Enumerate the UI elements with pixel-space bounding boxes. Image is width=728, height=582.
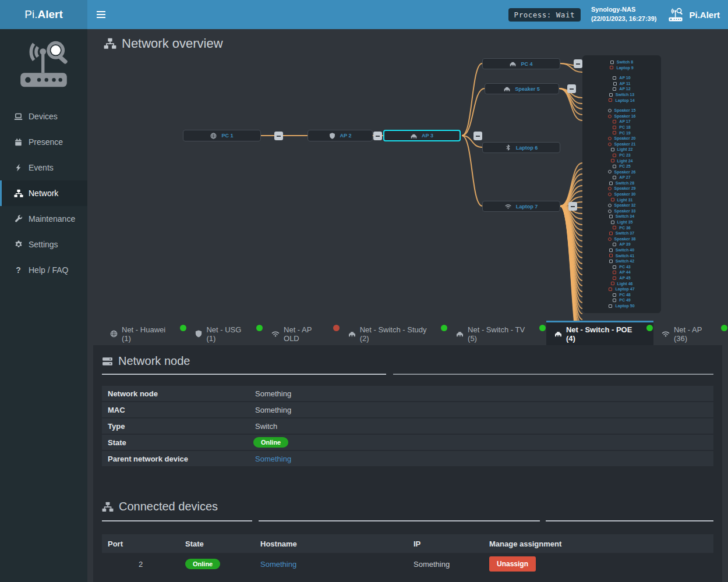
- header-app-brand[interactable]: Pi.Alert: [667, 8, 720, 22]
- diagram-node-pc-4[interactable]: PC 4: [482, 58, 560, 69]
- device-label: PC 48: [619, 292, 630, 298]
- device-item[interactable]: AP 44: [586, 269, 658, 275]
- router-scan-icon: [667, 8, 684, 22]
- device-item[interactable]: Speaker 16: [586, 113, 658, 119]
- page-title-text: Network overview: [122, 36, 223, 51]
- device-item[interactable]: Speaker 15: [586, 108, 658, 113]
- device-type-icon: [613, 299, 616, 302]
- device-item[interactable]: AP 39: [586, 242, 658, 247]
- connected-devices-heading: Connected devices: [102, 500, 713, 513]
- unassign-button[interactable]: Unassign: [489, 556, 536, 572]
- tab-net-switch-study-2[interactable]: Net - Switch - Study (2): [340, 321, 448, 345]
- device-item[interactable]: Switch 8: [586, 59, 658, 65]
- device-label: Switch 37: [616, 230, 634, 236]
- sidebar-item-settings[interactable]: Settings: [0, 232, 87, 257]
- device-item[interactable]: Speaker 29: [586, 186, 658, 191]
- device-item[interactable]: Light 24: [586, 158, 658, 164]
- diagram-node-laptop-6[interactable]: Laptop 6: [482, 142, 560, 153]
- device-item[interactable]: Speaker 26: [586, 169, 658, 175]
- page-title: Network overview: [87, 29, 728, 54]
- sidebar-item-events[interactable]: Events: [0, 155, 87, 180]
- device-item[interactable]: Speaker 30: [586, 191, 658, 197]
- diagram-node-ap-2[interactable]: AP 2: [308, 130, 373, 141]
- device-item[interactable]: PC 18: [586, 125, 658, 130]
- device-item[interactable]: Switch 41: [586, 253, 658, 259]
- device-item[interactable]: AP 27: [586, 175, 658, 180]
- sidebar: DevicesPresenceEventsNetworkMaintenanceS…: [0, 29, 87, 582]
- device-item[interactable]: Light 31: [586, 197, 658, 203]
- diagram-node-ap-3[interactable]: AP 3: [383, 130, 461, 141]
- tab-net-switch-poe-4[interactable]: Net - Switch - POE (4): [546, 321, 653, 345]
- device-label: Light 24: [617, 158, 633, 164]
- diagram-node-pc-1[interactable]: PC 1: [183, 130, 261, 141]
- device-item[interactable]: Switch 28: [586, 180, 658, 186]
- device-item[interactable]: PC 43: [586, 264, 658, 270]
- tab-net-ap-36[interactable]: Net - AP (36): [653, 321, 728, 345]
- device-item[interactable]: Speaker 32: [586, 203, 658, 208]
- device-group: AP 10AP 11AP 12Switch 13Laptop 14: [586, 75, 658, 103]
- sidebar-item-help-faq[interactable]: ?Help / FAQ: [0, 257, 87, 283]
- device-item[interactable]: Switch 34: [586, 214, 658, 219]
- device-item[interactable]: PC 48: [586, 292, 658, 298]
- parent-device-link[interactable]: Something: [253, 455, 291, 463]
- device-item[interactable]: AP 17: [586, 119, 658, 125]
- collapse-button[interactable]: [274, 132, 283, 140]
- device-item[interactable]: Switch 42: [586, 258, 658, 264]
- device-item[interactable]: Switch 13: [586, 92, 658, 98]
- device-type-icon: [613, 131, 616, 134]
- collapse-button[interactable]: [473, 132, 482, 140]
- collapse-button[interactable]: [567, 84, 576, 93]
- device-item[interactable]: AP 11: [586, 81, 658, 87]
- device-item[interactable]: AP 12: [586, 86, 658, 92]
- diagram-node-speaker-5[interactable]: Speaker 5: [485, 83, 559, 94]
- diagram-node-laptop-7[interactable]: Laptop 7: [482, 201, 560, 212]
- collapse-button[interactable]: [373, 132, 382, 140]
- device-item[interactable]: Switch 40: [586, 247, 658, 253]
- device-label: Speaker 20: [614, 136, 636, 141]
- hostname-link[interactable]: Something: [260, 560, 296, 569]
- device-label: PC 49: [619, 297, 630, 303]
- device-item[interactable]: Light 22: [586, 147, 658, 152]
- tab-net-switch-tv-5[interactable]: Net - Switch - TV (5): [448, 321, 546, 345]
- sitemap-icon: [13, 189, 23, 198]
- device-type-icon: [613, 87, 616, 91]
- device-item[interactable]: PC 36: [586, 225, 658, 231]
- menu-toggle-icon[interactable]: [87, 11, 115, 18]
- sidebar-item-presence[interactable]: Presence: [0, 129, 87, 155]
- device-item[interactable]: Light 35: [586, 219, 658, 225]
- sidebar-item-network[interactable]: Network: [0, 180, 87, 206]
- tab-net-usg-1[interactable]: Net - USG (1): [187, 321, 263, 345]
- row-value: Switch: [253, 422, 277, 431]
- device-item[interactable]: Speaker 20: [586, 136, 658, 141]
- device-item[interactable]: Light 46: [586, 281, 658, 287]
- app-logo-text[interactable]: Pi.Alert: [0, 0, 87, 29]
- device-item[interactable]: Laptop 9: [586, 65, 658, 71]
- device-item[interactable]: AP 10: [586, 75, 658, 81]
- device-item[interactable]: Speaker 38: [586, 236, 658, 242]
- device-item[interactable]: PC 23: [586, 152, 658, 158]
- device-item[interactable]: Laptop 50: [586, 303, 658, 309]
- tab-net-huawei-1[interactable]: Net - Huawei (1): [102, 321, 187, 345]
- device-item[interactable]: Laptop 47: [586, 286, 658, 292]
- device-item[interactable]: PC 49: [586, 297, 658, 303]
- device-type-icon: [609, 232, 613, 235]
- device-type-icon: [609, 254, 613, 257]
- divider: [102, 520, 713, 521]
- device-label: Switch 41: [616, 253, 634, 259]
- device-item[interactable]: AP 45: [586, 275, 658, 281]
- connected-devices-title-text: Connected devices: [119, 500, 218, 513]
- device-item[interactable]: Switch 37: [586, 230, 658, 236]
- sidebar-item-devices[interactable]: Devices: [0, 104, 87, 129]
- device-label: PC 43: [619, 264, 630, 270]
- device-type-icon: [608, 109, 612, 112]
- device-item[interactable]: Speaker 21: [586, 141, 658, 147]
- device-item[interactable]: PC 19: [586, 130, 658, 136]
- device-item[interactable]: Speaker 33: [586, 208, 658, 214]
- sidebar-item-maintenance[interactable]: Maintenance: [0, 206, 87, 232]
- device-item[interactable]: Laptop 14: [586, 98, 658, 104]
- collapse-button[interactable]: [574, 59, 582, 68]
- collapse-button[interactable]: [568, 202, 577, 211]
- device-item[interactable]: PC 25: [586, 164, 658, 169]
- tab-net-ap-old[interactable]: Net - AP OLD: [263, 321, 340, 345]
- device-label: Laptop 14: [615, 98, 634, 104]
